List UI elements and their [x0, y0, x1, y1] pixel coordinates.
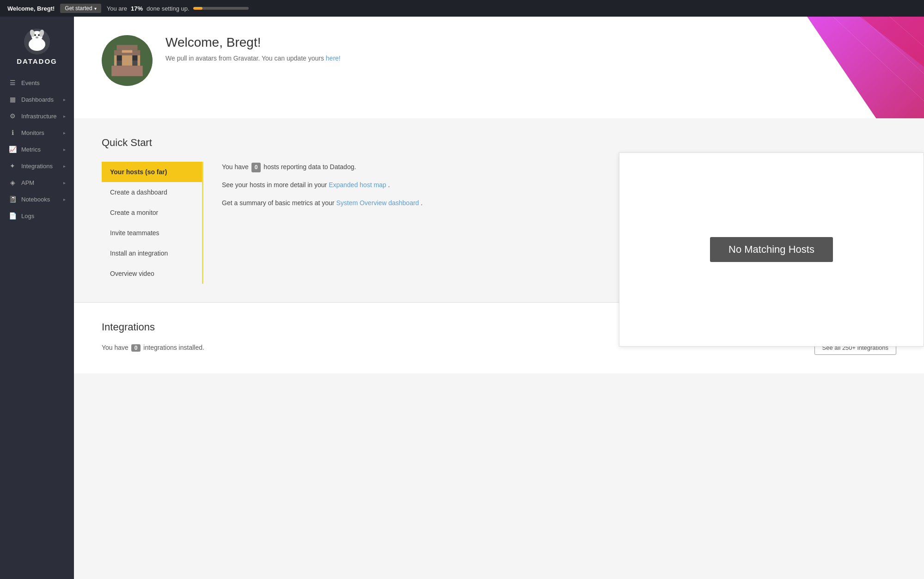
- system-overview-link[interactable]: System Overview dashboard: [336, 199, 419, 207]
- chevron-right-icon: ▸: [63, 147, 66, 152]
- sidebar-item-infrastructure[interactable]: ⚙ Infrastructure ▸: [2, 108, 72, 124]
- qs-item-install-integration[interactable]: Install an integration: [102, 243, 202, 263]
- sidebar-item-logs[interactable]: 📄 Logs: [2, 208, 72, 224]
- no-matching-hosts-label: No Matching Hosts: [710, 237, 833, 262]
- svg-rect-17: [117, 61, 122, 66]
- sidebar-item-label: Integrations: [21, 163, 59, 170]
- svg-point-6: [38, 34, 40, 36]
- progress-bar-fill: [193, 7, 202, 10]
- sidebar-item-label: Logs: [21, 213, 66, 219]
- metrics-icon: 📈: [8, 146, 17, 153]
- quickstart-title: Quick Start: [102, 137, 896, 149]
- sidebar-item-notebooks[interactable]: 📓 Notebooks ▸: [2, 191, 72, 207]
- progress-section: You are 17% done setting up.: [107, 5, 249, 12]
- progress-bar-container: [193, 7, 249, 10]
- topbar: Welcome, Bregt! Get started You are 17% …: [0, 0, 924, 17]
- svg-point-7: [36, 37, 38, 38]
- main-content: Welcome, Bregt! We pull in avatars from …: [74, 17, 924, 579]
- notebooks-icon: 📓: [8, 195, 17, 203]
- events-icon: ☰: [8, 79, 17, 86]
- qs-item-create-monitor[interactable]: Create a monitor: [102, 202, 202, 223]
- integrations-icon: ✦: [8, 162, 17, 170]
- svg-rect-23: [122, 50, 133, 53]
- sidebar-item-label: Monitors: [21, 129, 59, 136]
- sidebar-item-label: APM: [21, 179, 59, 186]
- topbar-welcome: Welcome, Bregt!: [7, 5, 55, 12]
- svg-rect-22: [132, 55, 137, 61]
- sidebar-item-dashboards[interactable]: ▦ Dashboards ▸: [2, 91, 72, 107]
- chevron-right-icon: ▸: [63, 180, 66, 185]
- svg-point-5: [34, 34, 36, 36]
- welcome-title: Welcome, Bregt!: [165, 35, 341, 50]
- sidebar-item-label: Metrics: [21, 146, 59, 153]
- svg-rect-14: [117, 45, 138, 50]
- hosts-map-panel: No Matching Hosts: [619, 152, 924, 347]
- integrations-text: You have 0 integrations installed.: [102, 344, 204, 352]
- expanded-host-map-link[interactable]: Expanded host map: [329, 181, 386, 189]
- qs-item-overview-video[interactable]: Overview video: [102, 263, 202, 284]
- monitors-icon: ℹ: [8, 129, 17, 136]
- hero-subtitle: We pull in avatars from Gravatar. You ca…: [165, 55, 341, 62]
- svg-rect-18: [132, 61, 137, 66]
- quickstart-section: Quick Start Your hosts (so far) Create a…: [74, 118, 924, 302]
- dashboards-icon: ▦: [8, 96, 17, 103]
- quickstart-nav: Your hosts (so far) Create a dashboard C…: [102, 162, 203, 284]
- datadog-logo-icon: [23, 28, 51, 55]
- sidebar-item-label: Infrastructure: [21, 113, 59, 120]
- apm-icon: ◈: [8, 179, 17, 186]
- sidebar-item-apm[interactable]: ◈ APM ▸: [2, 175, 72, 190]
- topbar-username: Welcome, Bregt!: [7, 5, 55, 12]
- sidebar-item-label: Notebooks: [21, 196, 59, 203]
- svg-rect-21: [117, 55, 122, 61]
- gravatar-link[interactable]: here!: [326, 55, 341, 62]
- hosts-count-badge: 0: [251, 163, 261, 172]
- sidebar-item-label: Events: [21, 79, 66, 86]
- integrations-count-badge: 0: [131, 344, 141, 352]
- quickstart-row: Your hosts (so far) Create a dashboard C…: [102, 162, 896, 284]
- qs-item-create-dashboard[interactable]: Create a dashboard: [102, 182, 202, 202]
- hero-text: Welcome, Bregt! We pull in avatars from …: [165, 35, 341, 62]
- qs-item-your-hosts[interactable]: Your hosts (so far): [102, 162, 202, 182]
- logs-icon: 📄: [8, 212, 17, 219]
- get-started-button[interactable]: Get started: [60, 4, 101, 13]
- hero-section: Welcome, Bregt! We pull in avatars from …: [74, 17, 924, 118]
- layout: DATADOG ☰ Events ▦ Dashboards ▸ ⚙ Infras…: [0, 17, 924, 579]
- chevron-right-icon: ▸: [63, 197, 66, 202]
- sidebar-item-events[interactable]: ☰ Events: [2, 75, 72, 91]
- chevron-right-icon: ▸: [63, 114, 66, 119]
- brand-name: DATADOG: [17, 57, 57, 65]
- chevron-right-icon: ▸: [63, 130, 66, 135]
- chevron-right-icon: ▸: [63, 97, 66, 102]
- sidebar-item-metrics[interactable]: 📈 Metrics ▸: [2, 141, 72, 157]
- sidebar-item-label: Dashboards: [21, 96, 59, 103]
- sidebar: DATADOG ☰ Events ▦ Dashboards ▸ ⚙ Infras…: [0, 17, 74, 579]
- sidebar-item-integrations[interactable]: ✦ Integrations ▸: [2, 158, 72, 174]
- avatar: [102, 35, 153, 86]
- sidebar-item-monitors[interactable]: ℹ Monitors ▸: [2, 125, 72, 140]
- progress-percent: 17%: [131, 5, 143, 12]
- svg-rect-20: [111, 66, 143, 76]
- infrastructure-icon: ⚙: [8, 112, 17, 120]
- progress-text-before: You are: [107, 5, 127, 12]
- avatar-pixel-art: [106, 40, 148, 81]
- progress-text-after: done setting up.: [147, 5, 190, 12]
- sidebar-logo: DATADOG: [0, 20, 74, 74]
- qs-item-invite-teammates[interactable]: Invite teammates: [102, 223, 202, 243]
- chevron-right-icon: ▸: [63, 164, 66, 169]
- hero-content: Welcome, Bregt! We pull in avatars from …: [102, 35, 896, 86]
